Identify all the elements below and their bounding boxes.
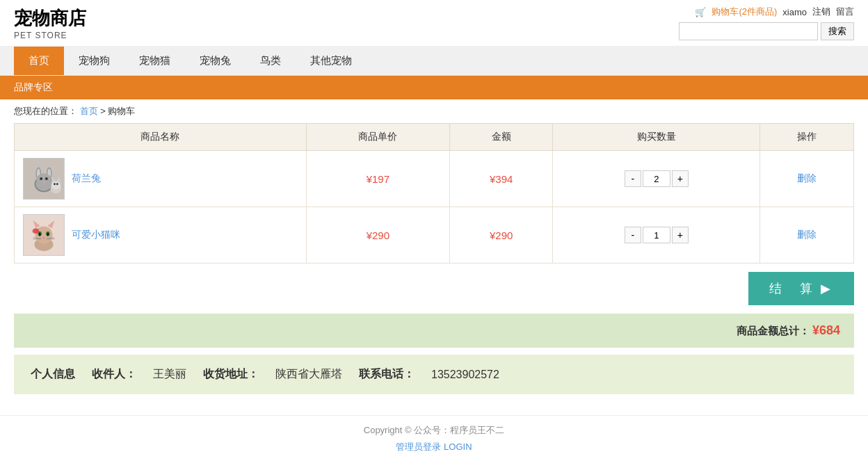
product-image-2 <box>23 214 65 256</box>
header-top-links: 🛒 购物车(2件商品) xiamo 注销 留言 <box>695 6 854 18</box>
cart-link[interactable]: 购物车(2件商品) <box>712 6 777 18</box>
col-header-action: 操作 <box>760 124 854 151</box>
svg-point-10 <box>43 181 45 183</box>
address-label: 收货地址： <box>203 367 259 382</box>
nav-item-dog[interactable]: 宠物狗 <box>64 47 124 75</box>
svg-point-7 <box>36 173 51 186</box>
search-button[interactable]: 搜索 <box>821 22 854 40</box>
recipient-label: 收件人： <box>92 367 136 382</box>
address-value: 陕西省大雁塔 <box>275 367 342 382</box>
admin-login-link[interactable]: 管理员登录 LOGIN <box>0 441 868 453</box>
delete-link-2[interactable]: 删除 <box>797 229 817 240</box>
nav-item-cat[interactable]: 宠物猫 <box>124 47 185 75</box>
svg-point-27 <box>47 233 49 236</box>
brand-bar-label: 品牌专区 <box>14 81 53 92</box>
product-name-link-1[interactable]: 荷兰兔 <box>72 172 101 185</box>
cart-section: 商品名称 商品单价 金额 购买数量 操作 <box>0 123 868 264</box>
checkout-arrow: ▶ <box>821 281 833 296</box>
personal-info: 个人信息 收件人： 王美丽 收货地址： 陕西省大雁塔 联系电话： 1352390… <box>14 355 854 394</box>
logo: 宠物商店 PET STORE <box>14 6 86 40</box>
checkout-button[interactable]: 结 算 ▶ <box>748 272 854 305</box>
svg-point-8 <box>40 177 42 180</box>
svg-point-15 <box>54 183 56 185</box>
checkout-row: 结 算 ▶ <box>0 264 868 314</box>
logout-link[interactable]: 注销 <box>812 6 830 18</box>
product-action-1: 删除 <box>760 151 854 207</box>
personal-info-section-label: 个人信息 <box>31 367 75 382</box>
qty-increase-1[interactable]: + <box>672 170 689 187</box>
header-right: 🛒 购物车(2件商品) xiamo 注销 留言 搜索 <box>679 6 854 40</box>
qty-decrease-1[interactable]: - <box>625 170 641 187</box>
cart-icon: 🛒 <box>695 7 706 17</box>
product-action-2: 删除 <box>760 207 854 264</box>
col-header-name: 商品名称 <box>15 124 307 151</box>
table-row: 可爱小猫咪 ¥290 ¥290 - + 删除 <box>15 207 854 264</box>
header: 宠物商店 PET STORE 🛒 购物车(2件商品) xiamo 注销 留言 搜… <box>0 0 868 47</box>
product-name-link-2[interactable]: 可爱小猫咪 <box>72 229 120 241</box>
brand-bar: 品牌专区 <box>0 76 868 99</box>
table-row: 荷兰兔 ¥197 ¥394 - + 删除 <box>15 151 854 207</box>
breadcrumb-prefix: 您现在的位置： <box>14 106 77 116</box>
nav-item-bird[interactable]: 鸟类 <box>246 47 296 75</box>
product-price-1: ¥197 <box>306 151 449 207</box>
product-qty-1: - + <box>553 151 760 207</box>
breadcrumb-home[interactable]: 首页 <box>80 106 98 116</box>
svg-point-16 <box>56 183 58 185</box>
col-header-qty: 购买数量 <box>553 124 760 151</box>
delete-link-1[interactable]: 删除 <box>797 172 817 184</box>
phone-value: 13523902572 <box>431 369 499 381</box>
qty-control-1: - + <box>561 170 751 187</box>
cart-table: 商品名称 商品单价 金额 购买数量 操作 <box>14 123 854 264</box>
search-input[interactable] <box>679 22 818 40</box>
product-img-cell-1: 荷兰兔 <box>23 158 298 200</box>
total-bar: 商品金额总计： ¥684 <box>14 314 854 348</box>
nav: 首页 宠物狗 宠物猫 宠物兔 鸟类 其他宠物 <box>0 47 868 76</box>
col-header-price: 商品单价 <box>306 124 449 151</box>
svg-point-14 <box>51 181 61 190</box>
checkout-label: 结 算 <box>769 280 815 297</box>
nav-item-home[interactable]: 首页 <box>14 47 64 75</box>
nav-item-other[interactable]: 其他宠物 <box>296 47 367 75</box>
total-amount: ¥684 <box>812 323 840 337</box>
svg-point-26 <box>39 233 41 236</box>
total-label: 商品金额总计： <box>737 325 810 337</box>
logo-zh: 宠物商店 <box>14 6 86 31</box>
username-link[interactable]: xiamo <box>782 7 807 17</box>
product-img-cell-2: 可爱小猫咪 <box>23 214 298 256</box>
product-name-cell-2: 可爱小猫咪 <box>15 207 307 264</box>
breadcrumb-separator: > <box>100 106 108 116</box>
qty-input-2[interactable] <box>643 227 670 243</box>
breadcrumb: 您现在的位置： 首页 > 购物车 <box>0 99 868 123</box>
nav-item-rabbit[interactable]: 宠物兔 <box>185 47 246 75</box>
message-link[interactable]: 留言 <box>836 6 854 18</box>
product-image-1 <box>23 158 65 200</box>
product-amount-2: ¥290 <box>449 207 553 264</box>
qty-decrease-2[interactable]: - <box>625 227 641 243</box>
logo-en: PET STORE <box>14 31 86 40</box>
product-qty-2: - + <box>553 207 760 264</box>
col-header-amount: 金额 <box>449 124 553 151</box>
svg-point-9 <box>45 177 48 180</box>
phone-label: 联系电话： <box>359 367 415 382</box>
search-bar: 搜索 <box>679 22 854 40</box>
svg-point-34 <box>34 229 38 233</box>
product-name-cell-1: 荷兰兔 <box>15 151 307 207</box>
qty-increase-2[interactable]: + <box>672 227 689 243</box>
breadcrumb-current: 购物车 <box>108 106 135 116</box>
recipient-value: 王美丽 <box>153 367 186 382</box>
product-price-2: ¥290 <box>306 207 449 264</box>
footer-copyright: Copyright © 公众号：程序员王不二 <box>364 425 504 435</box>
product-amount-1: ¥394 <box>449 151 553 207</box>
qty-input-1[interactable] <box>643 170 670 187</box>
footer: Copyright © 公众号：程序员王不二 管理员登录 LOGIN <box>0 415 868 461</box>
qty-control-2: - + <box>561 227 751 243</box>
